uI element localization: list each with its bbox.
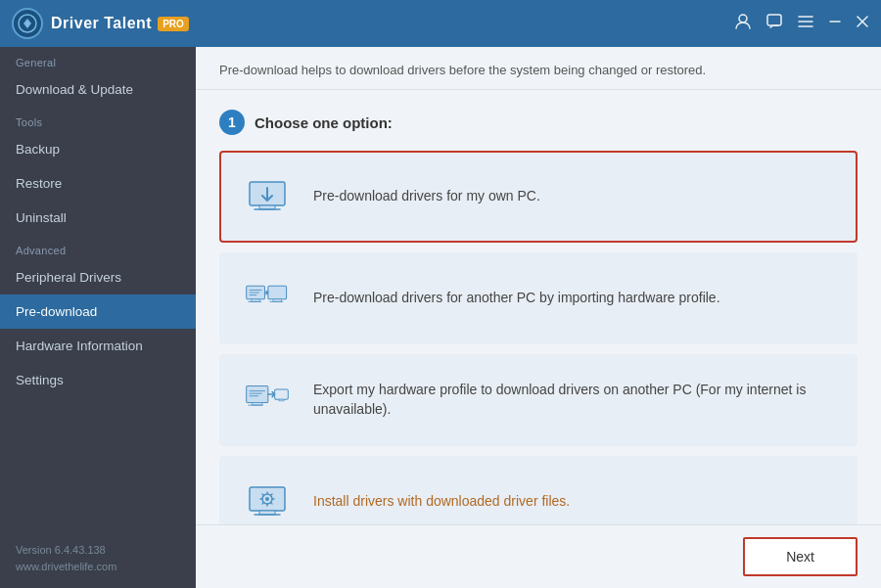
own-pc-icon: [241, 170, 294, 223]
another-pc-import-icon: [241, 272, 294, 325]
sidebar-item-settings[interactable]: Settings: [0, 363, 196, 397]
sidebar-item-peripheral-drivers[interactable]: Peripheral Drivers: [0, 260, 196, 294]
window-controls: [734, 13, 869, 34]
option-own-pc[interactable]: Pre-download drivers for my own PC.: [219, 151, 858, 243]
sidebar-section-tools: Tools: [0, 107, 196, 132]
hardware-info-label: Hardware Information: [16, 339, 143, 353]
sidebar-item-predownload[interactable]: Pre-download: [0, 294, 196, 329]
content-body: 1 Choose one option: Pre-download driver…: [196, 90, 881, 524]
sidebar-section-general: General: [0, 47, 196, 72]
svg-rect-27: [275, 389, 289, 399]
svg-rect-21: [247, 386, 268, 403]
header-description: Pre-download helps to download drivers b…: [219, 63, 858, 77]
sidebar-item-download-update[interactable]: Download & Update: [0, 72, 196, 107]
install-downloaded-icon: [241, 475, 294, 524]
title-bar: Driver Talent PRO: [0, 0, 881, 47]
content-area: Pre-download helps to download drivers b…: [196, 47, 881, 588]
download-update-label: Download & Update: [16, 82, 133, 97]
close-icon[interactable]: [856, 15, 869, 32]
option-export-profile[interactable]: Export my hardware profile to download d…: [219, 354, 858, 446]
option-another-pc-import[interactable]: Pre-download drivers for another PC by i…: [219, 252, 858, 344]
pro-badge: PRO: [158, 17, 189, 31]
app-logo: [12, 8, 43, 39]
sidebar-footer: Version 6.4.43.138 www.drivethelife.com: [0, 530, 196, 588]
svg-point-33: [265, 497, 269, 501]
sidebar-item-restore[interactable]: Restore: [0, 166, 196, 201]
next-button[interactable]: Next: [743, 537, 858, 576]
step-title-row: 1 Choose one option:: [219, 110, 858, 135]
bottom-bar: Next: [196, 524, 881, 588]
predownload-label: Pre-download: [16, 304, 97, 319]
svg-rect-2: [767, 15, 781, 25]
app-name: Driver Talent: [51, 15, 152, 32]
sidebar-section-advanced: Advanced: [0, 235, 196, 260]
svg-rect-15: [268, 286, 287, 299]
content-header: Pre-download helps to download drivers b…: [196, 47, 881, 90]
option-install-downloaded[interactable]: Install drivers with downloaded driver f…: [219, 456, 858, 524]
another-pc-import-text: Pre-download drivers for another PC by i…: [313, 289, 720, 308]
svg-point-1: [739, 15, 747, 23]
export-profile-icon: [241, 374, 294, 427]
sidebar-item-uninstall[interactable]: Uninstall: [0, 201, 196, 235]
uninstall-label: Uninstall: [16, 210, 67, 225]
settings-label: Settings: [16, 373, 64, 387]
backup-label: Backup: [16, 142, 60, 157]
export-profile-text: Export my hardware profile to download d…: [313, 381, 836, 419]
sidebar-item-backup[interactable]: Backup: [0, 132, 196, 166]
step-number: 1: [219, 110, 245, 135]
website-text: www.drivethelife.com: [16, 559, 180, 576]
restore-label: Restore: [16, 176, 62, 191]
minimize-icon[interactable]: [828, 15, 842, 32]
peripheral-drivers-label: Peripheral Drivers: [16, 270, 121, 285]
install-downloaded-text: Install drivers with downloaded driver f…: [313, 492, 570, 512]
version-text: Version 6.4.43.138: [16, 542, 180, 560]
menu-icon[interactable]: [797, 13, 814, 34]
chat-icon[interactable]: [765, 13, 783, 34]
sidebar: General Download & Update Tools Backup R…: [0, 47, 196, 588]
own-pc-text: Pre-download drivers for my own PC.: [313, 187, 540, 206]
step-title-text: Choose one option:: [255, 114, 393, 131]
sidebar-item-hardware-info[interactable]: Hardware Information: [0, 329, 196, 363]
user-icon[interactable]: [734, 13, 752, 34]
svg-rect-28: [279, 399, 284, 401]
